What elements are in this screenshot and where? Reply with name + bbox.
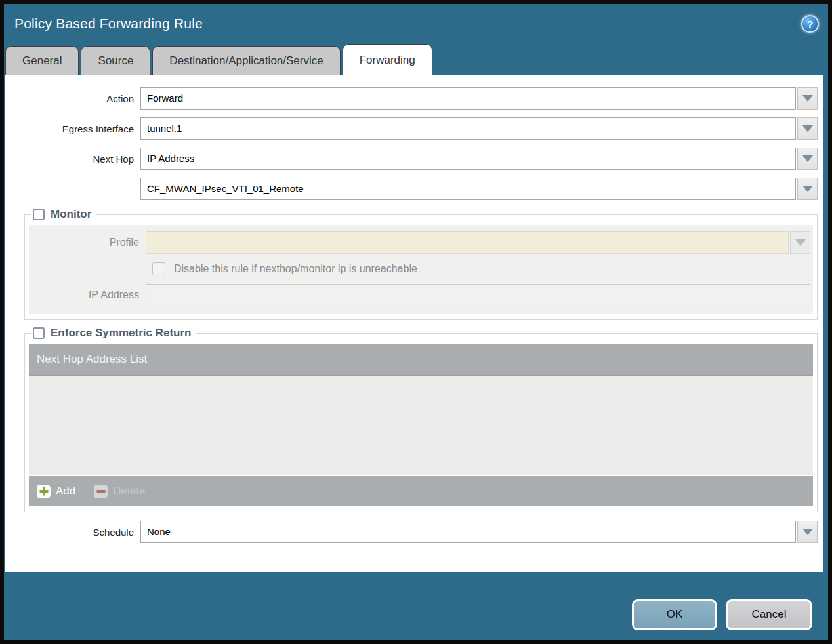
next-hop-type-value[interactable]: IP Address (140, 148, 796, 170)
next-hop-type-combobox: IP Address (140, 148, 818, 170)
next-hop-address-list-table: Next Hop Address List Add Delete (29, 344, 813, 506)
pbf-rule-dialog: Policy Based Forwarding Rule ? General S… (0, 0, 832, 644)
chevron-down-icon (802, 155, 813, 162)
symmetric-return-legend-label: Enforce Symmetric Return (51, 327, 191, 340)
chevron-down-icon (802, 186, 813, 192)
profile-row: Profile (29, 231, 810, 254)
schedule-dropdown-button[interactable] (797, 521, 818, 543)
monitor-ip-label: IP Address (29, 289, 146, 301)
monitor-ip-input (146, 284, 810, 306)
disable-rule-label: Disable this rule if nexthop/monitor ip … (174, 263, 417, 275)
tab-destination-application-service[interactable]: Destination/Application/Service (152, 46, 340, 75)
action-value[interactable]: Forward (140, 87, 796, 110)
next-hop-address-value[interactable]: CF_MWAN_IPsec_VTI_01_Remote (140, 178, 796, 200)
disable-rule-row: Disable this rule if nexthop/monitor ip … (152, 262, 810, 275)
next-hop-row: Next Hop IP Address (19, 148, 818, 170)
cancel-button[interactable]: Cancel (726, 599, 812, 630)
dialog-footer: OK Cancel (4, 572, 828, 640)
egress-interface-combobox: tunnel.1 (140, 117, 818, 140)
monitor-legend: Monitor (31, 208, 96, 221)
tab-forwarding[interactable]: Forwarding (343, 44, 432, 75)
profile-label: Profile (29, 237, 146, 249)
action-label: Action (19, 93, 140, 104)
egress-interface-row: Egress Interface tunnel.1 (19, 117, 818, 140)
table-header-label: Next Hop Address List (37, 353, 147, 366)
symmetric-return-legend: Enforce Symmetric Return (31, 327, 196, 340)
tab-source[interactable]: Source (81, 46, 150, 75)
add-button-label: Add (56, 485, 75, 498)
delete-button-label: Delete (113, 485, 145, 498)
table-header: Next Hop Address List (29, 344, 813, 376)
schedule-row: Schedule None (19, 521, 818, 543)
help-question-icon[interactable]: ? (801, 15, 819, 33)
schedule-combobox: None (140, 521, 818, 543)
monitor-checkbox[interactable] (33, 209, 45, 220)
egress-interface-label: Egress Interface (19, 123, 140, 134)
chevron-down-icon (802, 95, 813, 102)
schedule-value[interactable]: None (140, 521, 796, 543)
profile-dropdown-button (790, 231, 810, 254)
tab-strip: General Source Destination/Application/S… (4, 43, 828, 75)
monitor-disabled-area: Profile Disable this rule if nexthop/mon… (29, 225, 813, 314)
table-footer: Add Delete (29, 476, 813, 506)
schedule-label: Schedule (19, 527, 140, 538)
profile-value-field (146, 231, 789, 254)
plus-icon (37, 485, 51, 498)
symmetric-return-fieldset: Enforce Symmetric Return Next Hop Addres… (24, 327, 818, 512)
add-button[interactable]: Add (37, 485, 75, 498)
disable-rule-checkbox (152, 262, 165, 275)
minus-icon (94, 485, 108, 498)
egress-interface-dropdown-button[interactable] (797, 117, 818, 140)
next-hop-address-dropdown-button[interactable] (797, 178, 818, 200)
egress-interface-value[interactable]: tunnel.1 (140, 117, 796, 140)
action-combobox: Forward (140, 87, 818, 110)
table-body-empty[interactable] (29, 376, 813, 475)
chevron-down-icon (795, 239, 806, 246)
next-hop-address-combobox: CF_MWAN_IPsec_VTI_01_Remote (140, 178, 818, 200)
delete-button: Delete (94, 485, 145, 498)
next-hop-label: Next Hop (19, 153, 140, 165)
next-hop-address-row: CF_MWAN_IPsec_VTI_01_Remote (19, 178, 818, 200)
tab-general[interactable]: General (5, 46, 79, 75)
ok-button[interactable]: OK (632, 599, 717, 630)
chevron-down-icon (802, 125, 813, 132)
forwarding-tab-panel: Action Forward Egress Interface tunnel.1… (5, 75, 823, 572)
monitor-fieldset: Monitor Profile Disable this rule if nex… (24, 208, 818, 320)
action-dropdown-button[interactable] (797, 87, 818, 110)
next-hop-dropdown-button[interactable] (797, 148, 818, 170)
action-row: Action Forward (19, 87, 818, 110)
monitor-legend-label: Monitor (51, 208, 91, 221)
chevron-down-icon (802, 529, 813, 535)
help-glyph: ? (807, 18, 813, 30)
dialog-title: Policy Based Forwarding Rule (14, 16, 203, 31)
monitor-ip-row: IP Address (29, 284, 810, 306)
symmetric-return-checkbox[interactable] (33, 327, 45, 339)
dialog-titlebar: Policy Based Forwarding Rule ? (4, 4, 828, 43)
